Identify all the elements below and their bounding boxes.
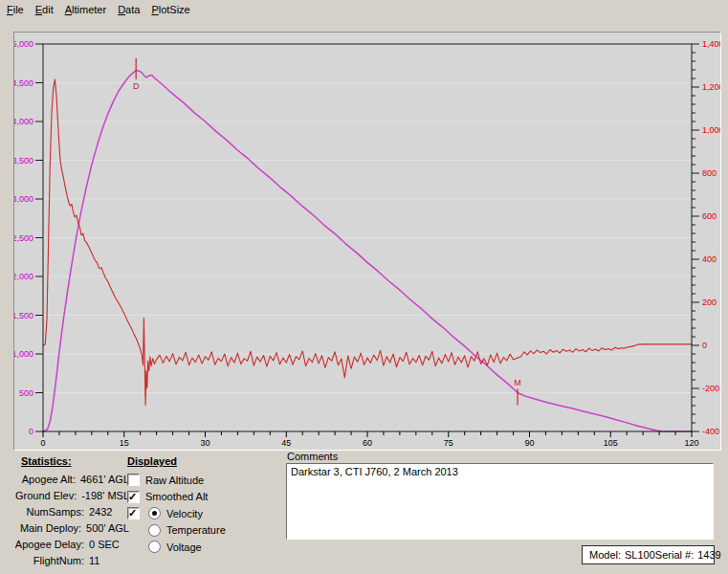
axis-tick-label: 800 [702,168,717,178]
voltage-label: Voltage [166,541,202,553]
axis-tick-label: 600 [702,211,717,221]
model-value: SL100 [625,549,655,561]
axis-tick-label: 0 [29,427,33,436]
velocity-checkbox[interactable] [127,507,140,519]
axis-tick-label: -200 [702,384,719,393]
stat-label: Main Deploy: [10,522,81,534]
stat-value: 11 [89,555,99,566]
axis-tick-label: 400 [702,254,717,264]
serial-label: Serial #: [655,549,694,561]
axis-tick-label: 30 [200,438,210,448]
smoothed-alt-checkbox[interactable] [127,491,140,503]
axis-tick-label: 90 [524,438,534,448]
axis-tick-label: M [514,378,521,387]
temperature-label: Temperature [166,524,226,536]
axis-tick-label: 5,000 [14,39,33,49]
menu-plotsize[interactable]: PlotSize [145,2,195,17]
stat-label: FlightNum: [10,555,84,566]
axis-tick-label: 1,200 [702,82,720,92]
app-window: File Edit Altimeter Data PlotSize 015304… [0,0,728,574]
axis-tick-label: -400 [702,427,719,436]
stat-value: -198' MSL [81,490,129,501]
displayed-heading: Displayed [127,455,271,470]
raw-altitude-label: Raw Altitude [145,475,204,486]
stat-label: Apogee Delay: [10,539,84,550]
stat-row-apogee-alt: Apogee Alt: 4661' AGL [10,471,129,487]
axis-tick-label: 0 [40,438,45,448]
device-info-box: Model: SL100 Serial #: 1439 [582,545,715,564]
stat-row-flightnum: FlightNum: 11 [10,552,129,568]
axis-tick-label: 105 [604,438,618,448]
axis-tick-label: 0 [702,341,707,350]
stat-row-apogee-delay: Apogee Delay: 0 SEC [10,536,129,552]
axis-tick-label: 3,000 [14,194,33,204]
axis-tick-label: 75 [444,438,453,448]
axis-tick-label: 2,500 [14,233,33,243]
velocity-option: Velocity [127,505,271,522]
axis-tick-label: 2,000 [14,272,33,281]
voltage-radio[interactable] [148,541,161,553]
smoothed-alt-label: Smoothed Alt [145,491,208,502]
smoothed-alt-option: Smoothed Alt [127,489,271,506]
axis-tick-label: 500 [19,388,33,398]
chart-panel: 015304560759010512005001,0001,5002,0002,… [13,32,721,451]
statistics-heading: Statistics: [21,455,129,471]
right-axis-velocity: -400-20002004006008001,0001,2001,400 [692,39,720,436]
axis-tick-label: 1,000 [702,125,720,135]
stat-label: Ground Elev: [10,490,77,501]
velocity-label: Velocity [166,508,203,519]
temperature-radio[interactable] [148,524,161,537]
left-axis-altitude: 05001,0001,5002,0002,5003,0003,5004,0004… [14,39,43,436]
voltage-option: Voltage [127,539,271,556]
raw-altitude-option: Raw Altitude [127,472,271,489]
model-label: Model: [589,549,621,561]
axis-tick-label: 1,400 [702,39,720,49]
statistics-panel: Statistics: Apogee Alt: 4661' AGL Ground… [10,455,129,568]
serial-value: 1439 [697,549,720,561]
menu-bar: File Edit Altimeter Data PlotSize [0,0,728,18]
menu-edit[interactable]: Edit [30,2,59,17]
axis-tick-label: 60 [363,438,372,448]
axis-tick-label: 45 [281,438,291,448]
stat-value: 4661' AGL [80,474,129,485]
menu-data[interactable]: Data [112,2,145,17]
axis-tick-label: 200 [702,298,717,307]
stat-row-ground-elev: Ground Elev: -198' MSL [10,487,129,503]
axis-tick-label: 3,500 [14,156,33,166]
axis-tick-label: D [133,81,140,91]
velocity-radio[interactable] [148,507,161,519]
comments-input[interactable]: Darkstar 3, CTI J760, 2 March 2013 [286,463,714,540]
flight-plot: 015304560759010512005001,0001,5002,0002,… [14,33,720,450]
stat-label: NumSamps: [10,506,84,518]
menu-altimeter[interactable]: Altimeter [59,2,112,17]
axis-tick-label: 15 [120,438,129,448]
axis-tick-label: 120 [684,438,698,448]
raw-altitude-checkbox[interactable] [127,474,140,486]
stat-row-numsamps: NumSamps: 2432 [10,503,129,519]
stat-row-main-deploy: Main Deploy: 500' AGL [10,519,129,536]
comments-label: Comments [287,451,338,462]
x-axis: 0153045607590105120 [40,431,698,448]
axis-tick-label: 4,000 [14,117,33,126]
stat-value: 500' AGL [86,522,129,534]
stat-value: 2432 [89,506,112,518]
stat-value: 0 SEC [89,539,120,550]
axis-tick-label: 1,000 [14,349,33,359]
displayed-panel: Displayed Raw Altitude Smoothed Alt Velo… [127,455,271,556]
axis-tick-label: 1,500 [14,311,33,320]
temperature-option: Temperature [127,522,271,540]
stat-label: Apogee Alt: [10,474,76,485]
menu-file[interactable]: File [1,2,30,17]
axis-tick-label: 4,500 [14,78,33,88]
